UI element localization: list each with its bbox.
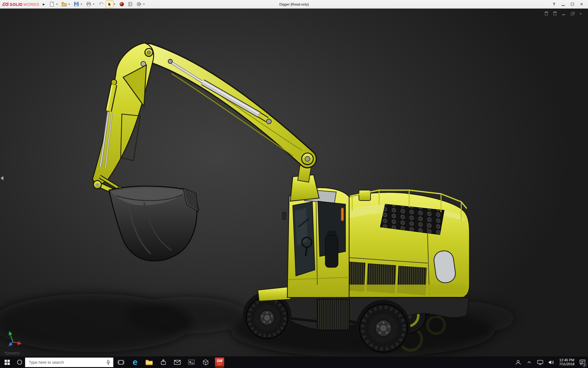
select-tool-button[interactable]	[106, 1, 114, 8]
engine-body[interactable]	[338, 190, 469, 297]
solidworks-taskbar-button[interactable]: SW 2017	[213, 356, 227, 368]
restore-icon	[571, 13, 574, 15]
front-left-wheel[interactable]	[246, 297, 288, 339]
cortana-button[interactable]	[14, 356, 25, 368]
select-caret[interactable]: ▾	[114, 3, 115, 6]
bucket[interactable]	[109, 186, 199, 261]
graphics-area[interactable]: × *Dimetric	[0, 9, 588, 356]
solidworks-logo: DS SOLIDWORKS	[2, 2, 39, 7]
doc-minimize-button[interactable]	[560, 11, 567, 16]
cortana-ring-icon	[17, 359, 22, 365]
taskbar-search[interactable]	[25, 358, 113, 367]
cab-handle	[341, 208, 344, 221]
people-icon	[515, 360, 521, 365]
undo-button[interactable]	[97, 1, 105, 8]
document-window-controls: ×	[543, 11, 584, 16]
orientation-triad-icon	[6, 328, 25, 347]
save-floppy-icon	[74, 2, 79, 7]
maximize-icon	[571, 3, 574, 6]
doc-restore-button[interactable]	[569, 11, 575, 16]
minimize-icon	[562, 5, 565, 6]
network-button[interactable]	[535, 356, 546, 368]
chevron-up-icon	[527, 361, 531, 363]
console-button[interactable]	[184, 356, 198, 368]
clock-date: 7/11/2018	[559, 362, 575, 366]
menu-expander-button[interactable]: ▶	[43, 3, 45, 6]
brand-works: WORKS	[24, 2, 39, 7]
options-button[interactable]	[135, 1, 143, 8]
start-button[interactable]	[0, 356, 14, 368]
open-button[interactable]	[60, 1, 68, 8]
solidworks-app-icon: SW 2017	[215, 358, 224, 367]
print-button[interactable]	[85, 1, 93, 8]
print-caret[interactable]: ▾	[93, 3, 94, 6]
volume-button[interactable]	[546, 356, 557, 368]
excavator-model[interactable]	[0, 9, 588, 356]
view-orientation-label: *Dimetric	[4, 351, 20, 355]
doc-close-button[interactable]: ×	[578, 11, 584, 16]
dassault-ds-icon: DS	[2, 2, 9, 7]
microphone-icon[interactable]	[106, 360, 110, 365]
people-button[interactable]	[513, 356, 524, 368]
print-icon	[86, 2, 91, 7]
front-fender[interactable]	[258, 287, 291, 301]
title-bar: DS SOLIDWORKS ▶ ▾ ▾ ▾ ▾	[0, 0, 588, 9]
console-icon	[188, 359, 195, 365]
quick-access-toolbar: ▾ ▾ ▾ ▾ ▾	[48, 1, 147, 8]
gear-icon	[136, 2, 141, 7]
new-document-icon	[49, 2, 55, 7]
panel-flyout-arrow-icon[interactable]	[1, 176, 3, 180]
cab[interactable]	[282, 188, 349, 297]
3d-builder-button[interactable]	[198, 356, 213, 368]
doc-new-window-button[interactable]	[552, 11, 558, 16]
search-input[interactable]	[25, 360, 106, 365]
help-button[interactable]: ?	[549, 0, 559, 9]
mirror	[282, 212, 286, 220]
brand-solid: SOLID	[10, 2, 23, 7]
windows-logo-icon	[5, 360, 10, 365]
store-bag-icon	[160, 359, 167, 366]
mail-button[interactable]	[170, 356, 184, 368]
undo-icon	[98, 2, 104, 7]
edge-button[interactable]: e	[128, 356, 142, 368]
appearance-sphere-icon	[119, 2, 124, 7]
task-view-button[interactable]	[114, 356, 128, 368]
new-document-button[interactable]	[48, 1, 56, 8]
close-button[interactable]: ×	[577, 0, 586, 9]
taskbar: e SW 2017	[0, 356, 588, 368]
select-cursor-icon	[107, 2, 112, 7]
window-icon	[553, 12, 556, 15]
action-center-button[interactable]: 2	[577, 356, 588, 368]
document-title: Digger [Read-only]	[279, 0, 309, 9]
open-caret[interactable]: ▾	[69, 3, 70, 6]
clock-time: 12:45 PM	[559, 358, 575, 362]
cube-icon	[202, 359, 209, 366]
appearances-button[interactable]	[118, 1, 126, 8]
mail-envelope-icon	[174, 360, 181, 365]
edge-icon: e	[133, 358, 138, 366]
task-view-icon	[118, 360, 124, 365]
taskbar-clock[interactable]: 12:45 PM 7/11/2018	[557, 358, 577, 366]
boom-assembly[interactable]	[92, 43, 319, 201]
speaker-icon	[548, 360, 554, 365]
doc-previous-window-button[interactable]	[543, 11, 549, 16]
folder-icon	[145, 359, 153, 365]
minimize-icon	[562, 14, 565, 15]
options-caret[interactable]: ▾	[143, 3, 145, 6]
show-hidden-icons-button[interactable]	[524, 356, 535, 368]
new-document-caret[interactable]: ▾	[56, 3, 58, 6]
minimize-button[interactable]	[559, 0, 568, 9]
save-button[interactable]	[73, 1, 81, 8]
save-caret[interactable]: ▾	[81, 3, 82, 6]
boom-cylinder[interactable]	[168, 59, 271, 124]
design-binder-button[interactable]	[126, 1, 134, 8]
maximize-button[interactable]	[568, 0, 577, 9]
open-folder-icon	[62, 2, 67, 7]
network-icon	[537, 360, 543, 365]
design-binder-icon	[128, 2, 133, 7]
file-explorer-button[interactable]	[142, 356, 156, 368]
front-right-wheel[interactable]	[360, 304, 407, 352]
store-button[interactable]	[156, 356, 170, 368]
window-icon	[545, 12, 548, 15]
notification-badge: 2	[582, 363, 586, 367]
